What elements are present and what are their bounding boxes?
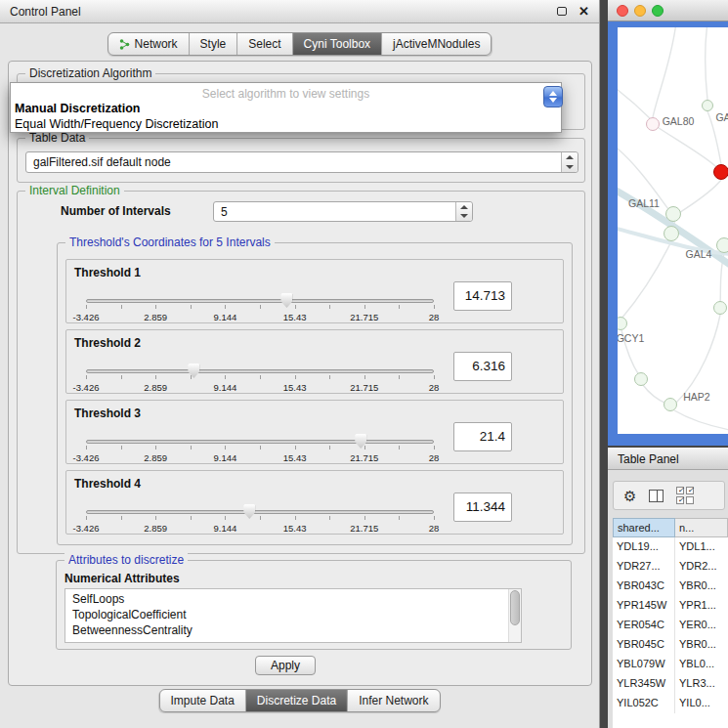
tab-discretize-data[interactable]: Discretize Data [246, 690, 348, 711]
tab-cyni-toolbox[interactable]: Cyni Toolbox [293, 33, 382, 55]
table-row[interactable]: YBL079WYBL0... [613, 655, 728, 674]
network-node[interactable] [664, 226, 679, 241]
threshold-1-slider[interactable] [86, 293, 434, 311]
table-data-combobox-value: galFiltered.sif default node [33, 155, 558, 169]
table-cell-name[interactable]: YIL0... [675, 694, 728, 713]
table-row[interactable]: YPR145WYPR1... [613, 596, 728, 616]
tab-network[interactable]: Network [108, 33, 190, 55]
network-node-label: GA [715, 111, 728, 123]
tab-impute-data[interactable]: Impute Data [159, 690, 245, 711]
network-node[interactable] [716, 237, 728, 253]
slider-scale-label: -3.426 [73, 452, 100, 463]
network-canvas[interactable]: GAL80GAGAL11GAL4GCY1HAP2 [618, 27, 728, 434]
attribute-list-item[interactable]: SelfLoops [65, 591, 521, 607]
slider-scale-label: 2.859 [144, 312, 167, 322]
close-icon[interactable]: ✕ [578, 7, 589, 17]
algorithm-combobox-stepper[interactable] [543, 86, 563, 107]
zoom-traffic-light-icon[interactable] [652, 5, 664, 17]
threshold-2-slider[interactable] [86, 364, 434, 381]
threshold-3-value[interactable]: 21.4 [453, 422, 512, 451]
apply-button[interactable]: Apply [255, 656, 316, 675]
network-node[interactable] [634, 372, 648, 386]
table-cell-name[interactable]: YBL0... [675, 655, 728, 674]
attribute-list-item[interactable]: TopologicalCoefficient [65, 607, 521, 622]
threshold-2-value[interactable]: 6.316 [453, 352, 512, 381]
gear-icon[interactable]: ⚙ [623, 489, 636, 503]
column-header-shared-name[interactable]: shared... [613, 518, 675, 537]
table-data-group: Table Data galFiltered.sif default node [17, 138, 585, 183]
minimize-traffic-light-icon[interactable] [634, 5, 646, 17]
column-settings-icon[interactable] [649, 490, 664, 502]
table-cell-name[interactable]: YPR1... [675, 596, 728, 616]
table-row[interactable]: YER054CYER0... [613, 616, 728, 635]
network-node[interactable] [713, 301, 727, 315]
tab-style[interactable]: Style [190, 33, 238, 55]
table-row[interactable]: YDR27...YDR2... [613, 557, 728, 577]
table-row[interactable]: YLR345WYLR3... [613, 674, 728, 694]
table-cell-name[interactable]: YBR0... [675, 635, 728, 655]
list-scrollbar[interactable] [508, 589, 521, 642]
table-panel-window: Table Panel ⚙ shared... n... YDL19...YDL… [608, 448, 728, 728]
table-data-combobox[interactable]: galFiltered.sif default node [25, 151, 578, 173]
table-cell-name[interactable]: YDR2... [675, 557, 728, 577]
slider-scale-label: 21.715 [350, 312, 378, 322]
tab-jactivemodules[interactable]: jActiveMNodules [382, 33, 491, 55]
discretization-algorithm-group-title: Discretization Algorithm [25, 66, 155, 80]
table-cell-shared-name[interactable]: YDR27... [613, 557, 675, 577]
network-node[interactable] [665, 206, 681, 222]
network-node[interactable] [702, 100, 713, 111]
combobox-stepper-icon[interactable] [561, 152, 578, 172]
slider-scale-label: 9.144 [214, 452, 237, 463]
threshold-3-slider[interactable] [86, 434, 434, 451]
slider-scale-label: 21.715 [350, 452, 378, 463]
table-panel-title: Table Panel [608, 448, 728, 470]
tab-cyni-toolbox-label: Cyni Toolbox [304, 37, 370, 51]
top-tabbar: Network Style Select Cyni Toolbox jActiv… [107, 32, 492, 56]
network-node[interactable] [664, 398, 677, 411]
dropdown-option-equal-width[interactable]: Equal Width/Frequency Discretization [15, 117, 557, 131]
table-cell-name[interactable]: YBR0... [675, 577, 728, 596]
tab-infer-network[interactable]: Infer Network [348, 690, 439, 711]
dropdown-option-manual-discretization[interactable]: Manual Discretization [15, 102, 557, 115]
table-cell-name[interactable]: YDL1... [675, 537, 728, 557]
float-window-icon[interactable] [557, 7, 567, 16]
threshold-4-value[interactable]: 11.344 [453, 492, 512, 522]
table-cell-shared-name[interactable]: YBR043C [613, 577, 675, 596]
table-row[interactable]: YBR045CYBR0... [613, 635, 728, 655]
table-cell-shared-name[interactable]: YBL079W [613, 655, 675, 674]
slider-scale-label: 9.144 [214, 523, 237, 534]
attribute-list-item[interactable]: BetweennessCentrality [65, 622, 521, 638]
table-row[interactable]: YDL19...YDL1... [613, 537, 728, 557]
close-traffic-light-icon[interactable] [617, 5, 628, 17]
table-cell-shared-name[interactable]: YPR145W [613, 596, 675, 616]
interval-definition-group: Interval Definition Number of Intervals … [17, 191, 585, 554]
table-cell-shared-name[interactable]: YDL19... [613, 537, 675, 557]
table-row[interactable]: YIL052CYIL0... [613, 694, 728, 713]
column-header-name[interactable]: n... [675, 518, 728, 537]
scrollbar-thumb[interactable] [510, 590, 520, 625]
numerical-attributes-list[interactable]: SelfLoopsTopologicalCoefficientBetweenne… [64, 588, 522, 643]
table-cell-shared-name[interactable]: YLR345W [613, 674, 675, 694]
slider-scale-label: 9.144 [214, 312, 237, 322]
threshold-1-value[interactable]: 14.713 [453, 281, 512, 311]
tab-discretize-data-label: Discretize Data [257, 694, 336, 707]
tab-select[interactable]: Select [237, 33, 292, 55]
table-cell-shared-name[interactable]: YBR045C [613, 635, 675, 655]
tab-select-label: Select [248, 37, 280, 51]
number-of-intervals-combobox[interactable]: 5 [213, 201, 473, 222]
table-cell-name[interactable]: YLR3... [675, 674, 728, 694]
interval-definition-group-title: Interval Definition [25, 184, 124, 197]
tab-impute-data-label: Impute Data [170, 694, 234, 707]
slider-scale-label: 21.715 [350, 382, 378, 393]
network-node[interactable] [713, 164, 728, 180]
table-cell-shared-name[interactable]: YER054C [613, 616, 675, 635]
combobox-stepper-icon[interactable] [455, 202, 472, 221]
table-cell-shared-name[interactable]: YIL052C [613, 694, 675, 713]
threshold-4-slider[interactable] [86, 504, 434, 522]
network-node[interactable] [646, 117, 660, 131]
table-row[interactable]: YBR043CYBR0... [613, 577, 728, 596]
bottom-tabbar: Impute Data Discretize Data Infer Networ… [158, 689, 440, 712]
table-body: YDL19...YDL1...YDR27...YDR2...YBR043CYBR… [613, 537, 728, 713]
select-columns-icon[interactable] [676, 487, 694, 504]
table-cell-name[interactable]: YER0... [675, 616, 728, 635]
